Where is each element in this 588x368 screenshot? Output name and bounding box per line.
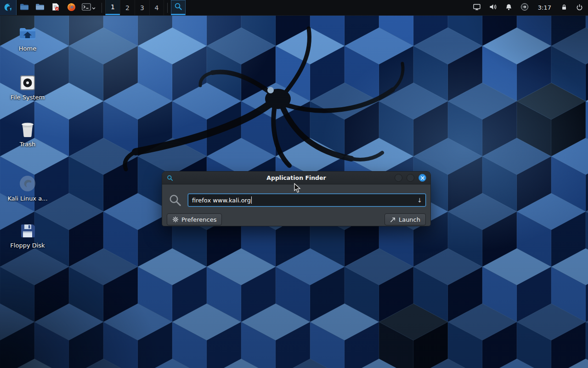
workspace-4[interactable]: 4 — [149, 0, 164, 15]
desktop-icon-label: Trash — [2, 141, 53, 148]
workspace-4-label: 4 — [155, 4, 159, 12]
trash-icon — [2, 121, 53, 138]
minimize-button[interactable] — [395, 174, 402, 182]
floppy-disk-icon — [2, 223, 53, 239]
launch-icon — [390, 217, 396, 223]
application-finder-icon — [174, 2, 182, 12]
file-manager-icon — [20, 3, 29, 12]
notifications-tray-button[interactable] — [505, 0, 513, 15]
search-entry[interactable]: firefox www.kali.org ↓ — [188, 194, 426, 207]
top-panel: 1 2 3 4 — [0, 0, 588, 16]
volume-icon — [489, 3, 497, 12]
panel-separator — [102, 3, 102, 13]
display-icon — [473, 3, 481, 12]
search-entry-text: firefox www.kali.org — [192, 197, 251, 204]
entry-dropdown-arrow-icon[interactable]: ↓ — [417, 197, 422, 204]
workspace-switcher: 1 2 3 4 — [105, 0, 164, 15]
desktop-icon-kali-linux[interactable]: Kali Linux a... — [2, 175, 53, 202]
folder-launcher[interactable] — [32, 0, 48, 15]
gear-icon — [172, 216, 179, 223]
titlebar[interactable]: Application Finder — [162, 172, 430, 184]
firefox-icon — [67, 3, 76, 13]
terminal-launcher[interactable] — [79, 0, 98, 15]
folder-icon — [35, 3, 45, 12]
file-system-icon — [2, 75, 53, 91]
lock-icon — [560, 3, 568, 12]
desktop-icon-label: Kali Linux a... — [2, 195, 53, 202]
desktop-icon-trash[interactable]: Trash — [2, 121, 53, 148]
notifications-bell-icon — [505, 3, 513, 12]
chevron-down-icon — [92, 4, 96, 11]
desktop-icon-home[interactable]: Home — [2, 27, 53, 52]
window-title: Application Finder — [266, 174, 326, 181]
application-finder-window: Application Finder firefox www.kali.org … — [162, 171, 431, 226]
panel-separator — [167, 3, 168, 13]
workspace-3-label: 3 — [140, 4, 144, 12]
power-icon — [576, 3, 583, 12]
display-settings-tray-button[interactable] — [473, 0, 481, 15]
lock-screen-button[interactable] — [560, 0, 568, 15]
kali-menu-button[interactable] — [0, 0, 17, 15]
text-caret — [251, 196, 252, 204]
workspace-1[interactable]: 1 — [105, 0, 120, 15]
workspace-1-label: 1 — [111, 3, 115, 11]
status-tray-button[interactable] — [520, 0, 529, 15]
workspace-3[interactable]: 3 — [135, 0, 149, 15]
application-finder-window-icon — [167, 175, 173, 181]
workspace-2-label: 2 — [125, 4, 130, 12]
launch-label: Launch — [399, 216, 420, 223]
desktop-icon-label: Home — [2, 45, 53, 52]
file-manager-launcher[interactable] — [17, 0, 32, 15]
desktop-icon-label: File System — [2, 94, 53, 101]
kali-docs-icon — [2, 175, 53, 192]
power-button[interactable] — [576, 0, 583, 15]
kali-menu-icon — [3, 2, 13, 13]
text-editor-icon — [52, 3, 59, 12]
firefox-launcher[interactable] — [63, 0, 79, 15]
preferences-label: Preferences — [181, 216, 216, 223]
home-folder-icon — [2, 27, 53, 42]
status-circle-icon — [520, 3, 529, 12]
taskbar-application-finder[interactable] — [171, 0, 186, 15]
clock-text: 3:17 — [538, 4, 551, 11]
terminal-icon — [82, 3, 91, 12]
workspace-2[interactable]: 2 — [120, 0, 135, 15]
close-button[interactable] — [418, 174, 426, 182]
close-icon — [421, 176, 424, 180]
clock[interactable]: 3:17 — [538, 4, 551, 11]
preferences-button[interactable]: Preferences — [167, 213, 222, 225]
desktop-icon-label: Floppy Disk — [2, 242, 53, 249]
volume-tray-button[interactable] — [489, 0, 497, 15]
maximize-button[interactable] — [407, 174, 414, 182]
text-editor-launcher[interactable] — [48, 0, 63, 15]
desktop-icon-floppy-disk[interactable]: Floppy Disk — [2, 223, 53, 249]
desktop-icon-file-system[interactable]: File System — [2, 75, 53, 101]
search-icon — [167, 193, 183, 207]
launch-button[interactable]: Launch — [384, 213, 426, 225]
